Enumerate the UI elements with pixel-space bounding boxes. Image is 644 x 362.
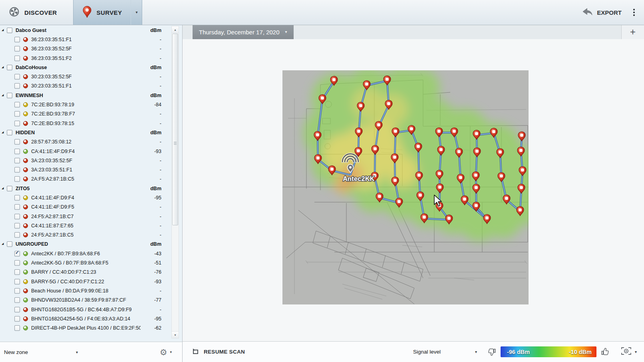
network-row[interactable]: 7C:2E:BD:93:78:15- <box>0 119 171 128</box>
network-row[interactable]: BHNDVW3201BD2A4 / 38:59:F9:87:87:CF-77 <box>0 296 171 305</box>
network-sidebar: ◢Dabco GuestdBm36:23:03:35:51:F1-36:23:0… <box>0 25 182 342</box>
survey-dropdown-button[interactable]: ▾ <box>131 0 142 25</box>
network-row[interactable]: BARRY-5G / CC:40:D0:F7:C1:22-93 <box>0 277 171 286</box>
network-checkbox[interactable] <box>14 297 20 303</box>
tree-expanded-icon[interactable]: ◢ <box>2 187 7 190</box>
network-checkbox[interactable] <box>14 195 20 201</box>
settings-gear-button[interactable]: ⚙ ▾ <box>160 348 182 357</box>
network-row[interactable]: BARRY / CC:40:D0:F7:C1:23-76 <box>0 268 171 277</box>
network-group-row[interactable]: ◢Dabco GuestdBm <box>0 26 171 35</box>
network-row[interactable]: 7C:2E:BD:93:78:19-84 <box>0 100 171 109</box>
visualization-select[interactable]: Signal level ▾ <box>413 349 477 355</box>
scrollbar-thumb[interactable] <box>172 34 178 225</box>
group-checkbox[interactable] <box>7 241 12 247</box>
group-checkbox[interactable] <box>7 28 12 33</box>
tree-expanded-icon[interactable]: ◢ <box>2 93 7 97</box>
tab-survey[interactable]: SURVEY <box>73 0 131 25</box>
network-checkbox[interactable] <box>14 316 20 322</box>
dbm-value: - <box>141 288 161 294</box>
network-row[interactable]: C4:41:1E:87:E7:65- <box>0 221 171 230</box>
network-checkbox[interactable] <box>14 111 20 117</box>
floorplan-heatmap[interactable]: Antec2KK <box>282 70 529 304</box>
network-row[interactable]: ✓Antec2KK / B0:7F:B9:8A:68:F6-43 <box>0 249 171 258</box>
network-row[interactable]: 30:23:03:35:51:F1- <box>0 82 171 91</box>
network-row[interactable]: 7C:2E:BD:93:7B:F7- <box>0 109 171 119</box>
zone-selector[interactable]: New zone ▾ <box>0 349 78 355</box>
network-row[interactable]: Beach House / B0:DA:F9:99:0E:18- <box>0 286 171 295</box>
network-checkbox[interactable] <box>14 204 20 210</box>
tree-expanded-icon[interactable]: ◢ <box>2 131 7 134</box>
network-checkbox[interactable] <box>14 83 20 89</box>
network-checkbox[interactable] <box>14 139 20 145</box>
network-checkbox[interactable] <box>14 307 20 312</box>
snapshot-tab-bar: Thursday, December 17, 2020 ▾ + <box>183 25 644 40</box>
discover-label: DISCOVER <box>24 9 57 16</box>
tree-expanded-icon[interactable]: ◢ <box>2 66 7 69</box>
network-group-row[interactable]: ◢HIDDENdBm <box>0 128 171 137</box>
network-row[interactable]: 28:57:67:35:08:12- <box>0 137 171 147</box>
network-row[interactable]: 24:F5:A2:87:1B:C7- <box>0 212 171 221</box>
network-group-row[interactable]: ◢UNGROUPEDdBm <box>0 240 171 249</box>
network-group-row[interactable]: ◢DabCoHousedBm <box>0 63 171 72</box>
network-row[interactable]: 30:23:03:35:52:5F- <box>0 72 171 81</box>
network-row[interactable]: 36:23:03:35:52:5F- <box>0 44 171 54</box>
network-checkbox[interactable] <box>14 232 20 238</box>
screenshot-button[interactable]: ▾ <box>621 346 637 357</box>
network-checkbox[interactable] <box>14 74 20 80</box>
network-row[interactable]: C4:41:1E:4F:D9:F5- <box>0 203 171 212</box>
group-checkbox[interactable] <box>7 130 12 135</box>
snapshot-date-tab[interactable]: Thursday, December 17, 2020 ▾ <box>193 25 294 39</box>
network-label: 7C:2E:BD:93:78:15 <box>31 121 74 126</box>
network-label: Beach House / B0:DA:F9:99:0E:18 <box>31 288 108 294</box>
network-checkbox[interactable] <box>14 223 20 229</box>
export-button[interactable]: EXPORT <box>578 0 626 25</box>
snapshot-date-label: Thursday, December 17, 2020 <box>199 29 280 36</box>
network-row[interactable]: 2A:F5:A2:87:1B:C5- <box>0 175 171 184</box>
network-checkbox[interactable] <box>14 167 20 173</box>
network-checkbox[interactable] <box>14 46 20 52</box>
group-checkbox[interactable] <box>7 65 12 70</box>
tab-discover[interactable]: DISCOVER <box>0 0 66 25</box>
tree-expanded-icon[interactable]: ◢ <box>2 28 7 32</box>
network-row[interactable]: 36:23:03:35:51:F2- <box>0 54 171 63</box>
top-toolbar: DISCOVER SURVEY ▾ <box>0 0 644 25</box>
scroll-down-icon[interactable]: ▾ <box>172 331 179 338</box>
group-checkbox[interactable] <box>7 186 12 191</box>
network-checkbox[interactable] <box>14 121 20 126</box>
tree-expanded-icon[interactable]: ◢ <box>2 242 7 245</box>
sidebar-scrollbar[interactable]: ▴ ▾ <box>171 26 179 338</box>
network-checkbox[interactable] <box>14 325 20 331</box>
network-row[interactable]: 3A:23:03:35:51:F1- <box>0 165 171 174</box>
network-checkbox[interactable]: ✓ <box>14 251 20 257</box>
chevron-down-icon: ▾ <box>285 30 287 34</box>
network-checkbox[interactable] <box>14 288 20 294</box>
network-row[interactable]: 3A:23:03:35:52:5F- <box>0 156 171 165</box>
network-row[interactable]: BHNTG1682G51B5-5G / BC:64:4B:A7:D9:F9- <box>0 305 171 314</box>
network-checkbox[interactable] <box>14 158 20 163</box>
group-checkbox[interactable] <box>7 93 12 98</box>
network-checkbox[interactable] <box>14 214 20 219</box>
network-group-row[interactable]: ◢ZITO5dBm <box>0 184 171 193</box>
network-checkbox[interactable] <box>14 102 20 107</box>
network-group-row[interactable]: ◢EWINMESHdBm <box>0 91 171 100</box>
network-row[interactable]: DIRECT-4B-HP DeskJet Plus 4100 / BC:E9:2… <box>0 324 171 333</box>
overflow-menu-button[interactable] <box>626 0 642 25</box>
scroll-up-icon[interactable]: ▴ <box>172 26 179 33</box>
network-checkbox[interactable] <box>14 279 20 284</box>
signal-status-icon <box>23 121 28 126</box>
network-checkbox[interactable] <box>14 149 20 154</box>
network-row[interactable]: CA:41:1E:4F:D9:F4-93 <box>0 147 171 156</box>
network-checkbox[interactable] <box>14 260 20 266</box>
network-row[interactable]: Antec2KK-5G / B0:7F:B9:8A:68:F5-51 <box>0 258 171 267</box>
network-checkbox[interactable] <box>14 176 20 182</box>
network-row[interactable]: C4:41:1E:4F:D9:F4-95 <box>0 193 171 202</box>
network-checkbox[interactable] <box>14 56 20 61</box>
network-row[interactable]: 24:F5:A2:87:1B:C5- <box>0 231 171 240</box>
network-checkbox[interactable] <box>14 37 20 42</box>
add-snapshot-button[interactable]: + <box>621 25 644 39</box>
network-row[interactable]: 36:23:03:35:51:F1- <box>0 35 171 44</box>
network-checkbox[interactable] <box>14 269 20 275</box>
map-canvas[interactable]: Antec2KK <box>183 39 644 342</box>
resume-scan-button[interactable]: RESUME SCAN <box>191 348 245 356</box>
network-row[interactable]: BHNTG1682G4254-5G / F4:0E:83:A3:AD:14-95 <box>0 314 171 323</box>
